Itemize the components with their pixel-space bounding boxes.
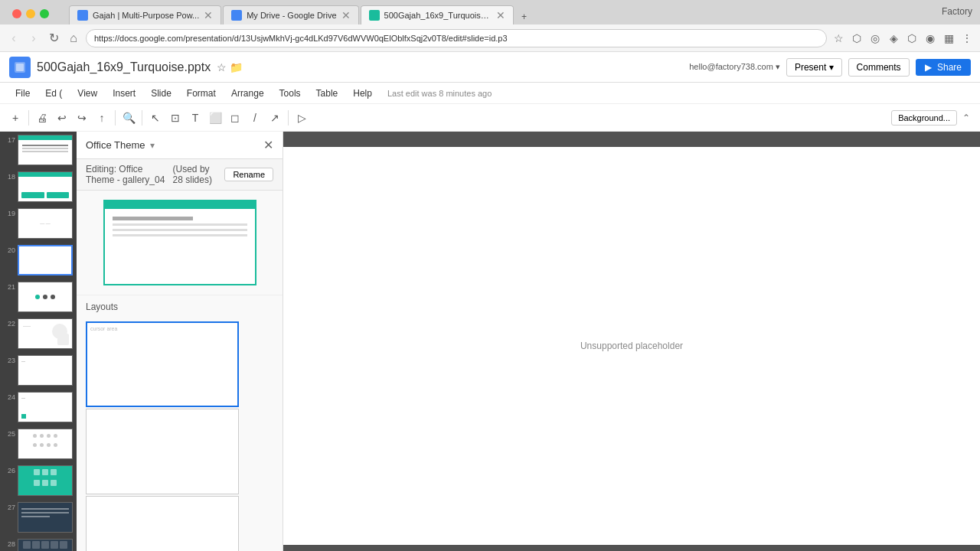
slide-item-26[interactable]: 26 xyxy=(0,462,77,499)
window-controls xyxy=(6,3,55,24)
minimize-button[interactable] xyxy=(26,9,35,18)
print-button[interactable]: 🖨 xyxy=(33,109,51,127)
menu-arrange[interactable]: Arrange xyxy=(225,86,270,101)
slide-item-19[interactable]: 19 — — xyxy=(0,205,77,242)
settings-icon-1[interactable]: ◎ xyxy=(868,31,882,45)
layout-item-1[interactable]: cursor area xyxy=(86,321,239,407)
slide-thumbnail xyxy=(18,465,73,496)
slide-item-20[interactable]: 20 xyxy=(0,242,77,279)
slide-number: 23 xyxy=(2,355,15,364)
collapse-toolbar-button[interactable]: ⌃ xyxy=(959,110,974,126)
master-text-area xyxy=(113,214,247,240)
folder-icon[interactable]: 📁 xyxy=(230,61,243,73)
slide-panel: 17 18 19 — — 20 xyxy=(0,132,77,551)
menu-insert[interactable]: Insert xyxy=(106,86,142,101)
settings-icon-4[interactable]: ◉ xyxy=(923,31,937,45)
tab-close-icon[interactable]: ✕ xyxy=(496,9,505,21)
document-title: 500Gajah_16x9_Turquoise.pptx xyxy=(37,60,211,74)
title-actions: ☆ 📁 xyxy=(217,61,243,73)
canvas-area: Unsupported placeholder xyxy=(283,132,980,551)
forward-button[interactable]: › xyxy=(26,31,41,46)
tab-favicon xyxy=(231,10,242,21)
slide-thumbnail xyxy=(18,539,73,551)
star-icon[interactable]: ☆ xyxy=(217,61,227,73)
slide-item-25[interactable]: 25 xyxy=(0,425,77,462)
text-tool[interactable]: T xyxy=(186,109,204,127)
user-info[interactable]: hello@factory738.com ▾ xyxy=(689,62,780,72)
address-bar[interactable]: https://docs.google.com/presentation/d/1… xyxy=(86,29,827,47)
slide-item-24[interactable]: 24 — xyxy=(0,389,77,425)
present-button[interactable]: Present ▾ xyxy=(786,58,842,77)
bookmark-icon[interactable]: ☆ xyxy=(831,31,845,45)
master-slide-thumbnail[interactable] xyxy=(103,200,256,285)
redo-button[interactable]: ↪ xyxy=(73,109,91,127)
more-tools[interactable]: ▷ xyxy=(292,109,311,127)
close-button[interactable] xyxy=(12,9,21,18)
layout-item-2[interactable] xyxy=(86,409,239,494)
shape-tool[interactable]: ◻ xyxy=(226,109,244,127)
tab-drive[interactable]: My Drive - Google Drive ✕ xyxy=(223,5,358,24)
extension-icon[interactable]: ⬡ xyxy=(850,31,864,45)
menu-table[interactable]: Table xyxy=(310,86,345,101)
maximize-button[interactable] xyxy=(40,9,49,18)
new-tab-button[interactable]: + xyxy=(515,9,534,24)
settings-icon-3[interactable]: ⬡ xyxy=(905,31,919,45)
slide-number: 19 xyxy=(2,208,15,217)
background-button[interactable]: Background... xyxy=(891,110,957,126)
rename-button[interactable]: Rename xyxy=(224,168,273,181)
slide-thumbnail: — — xyxy=(18,208,73,239)
tab-presentation[interactable]: 500Gajah_16x9_Turquoise... ✕ xyxy=(361,5,514,24)
cursor-tool[interactable]: ↖ xyxy=(146,109,165,127)
menu-file[interactable]: File xyxy=(9,86,36,101)
refresh-button[interactable]: ↻ xyxy=(46,31,61,46)
slide-thumbnail xyxy=(18,171,73,202)
share-button[interactable]: ▶ Share xyxy=(916,59,971,76)
back-button[interactable]: ‹ xyxy=(6,31,21,46)
tab-close-icon[interactable]: ✕ xyxy=(204,9,213,21)
arrow-tool[interactable]: ↗ xyxy=(266,109,284,127)
line-tool[interactable]: / xyxy=(246,109,264,127)
menu-slide[interactable]: Slide xyxy=(145,86,178,101)
settings-icon-2[interactable]: ◈ xyxy=(887,31,900,45)
toolbar: + 🖨 ↩ ↪ ↑ 🔍 ↖ ⊡ T ⬜ ◻ / ↗ ▷ Background..… xyxy=(0,104,980,132)
factory-label: Factory xyxy=(942,6,972,17)
menu-edit[interactable]: Ed ( xyxy=(39,86,68,101)
menu-help[interactable]: Help xyxy=(347,86,378,101)
zoom-button[interactable]: 🔍 xyxy=(119,109,138,127)
comments-button[interactable]: Comments xyxy=(848,58,910,77)
used-by-label: (Used by 28 slides) xyxy=(173,164,219,185)
tab-gajah[interactable]: Gajah | Multi-Purpose Pow... ✕ xyxy=(69,5,221,24)
slide-item-21[interactable]: 21 xyxy=(0,279,77,315)
slide-thumbnail xyxy=(18,429,73,459)
slide-item-28[interactable]: 28 xyxy=(0,536,77,551)
slide-item-18[interactable]: 18 xyxy=(0,168,77,205)
undo-button[interactable]: ↩ xyxy=(53,109,71,127)
slide-item-22[interactable]: 22 —— xyxy=(0,315,77,352)
header-right: hello@factory738.com ▾ Present ▾ Comment… xyxy=(689,58,971,77)
home-button[interactable]: ⌂ xyxy=(66,31,81,46)
menu-tools[interactable]: Tools xyxy=(273,86,307,101)
theme-panel-header: Office Theme ▾ ✕ xyxy=(77,132,283,159)
slide-number: 21 xyxy=(2,282,15,291)
tab-favicon xyxy=(369,10,380,21)
menu-format[interactable]: Format xyxy=(181,86,222,101)
more-icon[interactable]: ⋮ xyxy=(960,31,974,45)
master-green-bar xyxy=(105,201,255,209)
add-slide-button[interactable]: + xyxy=(6,109,24,127)
slide-item-17[interactable]: 17 xyxy=(0,132,77,168)
image-tool[interactable]: ⬜ xyxy=(206,109,224,127)
slide-number: 22 xyxy=(2,318,15,328)
slide-number: 26 xyxy=(2,465,15,474)
slide-item-27[interactable]: 27 xyxy=(0,499,77,536)
theme-panel-close-button[interactable]: ✕ xyxy=(263,138,273,152)
layout-item-3[interactable] xyxy=(86,496,239,551)
toolbar-separator xyxy=(28,110,29,126)
slide-item-23[interactable]: 23 — xyxy=(0,352,77,389)
paint-button[interactable]: ↑ xyxy=(93,109,111,127)
settings-icon-5[interactable]: ▦ xyxy=(942,31,956,45)
tab-close-icon[interactable]: ✕ xyxy=(341,9,351,21)
menu-view[interactable]: View xyxy=(71,86,103,101)
app-logo xyxy=(9,57,31,78)
select-tool[interactable]: ⊡ xyxy=(166,109,185,127)
address-text: https://docs.google.com/presentation/d/1… xyxy=(94,34,508,43)
